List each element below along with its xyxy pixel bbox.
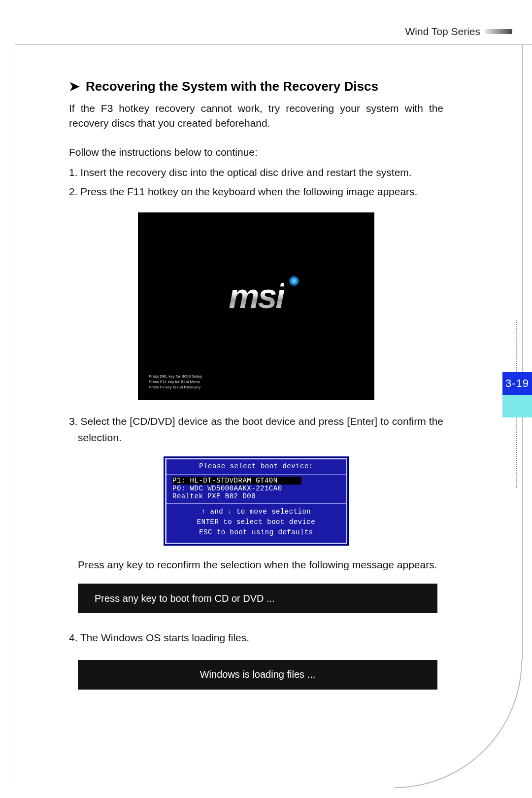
series-title: Wind Top Series xyxy=(405,26,480,37)
boot-device-menu-screenshot: Please select boot device: P1: HL-DT-STD… xyxy=(165,458,347,544)
page-tab-accent xyxy=(502,395,532,417)
section-heading: ➤ Recovering the System with the Recover… xyxy=(69,79,443,94)
page-number-tab: 3-19 xyxy=(502,372,532,417)
chevron-right-icon: ➤ xyxy=(69,79,80,94)
step-1: 1. Insert the recovery disc into the opt… xyxy=(69,165,443,181)
bios-key-hints: Press DEL key for BOIS Setup Press F11 k… xyxy=(149,374,202,390)
windows-loading-bar: Windows is loading files ... xyxy=(78,660,437,690)
press-any-key-bar: Press any key to boot from CD or DVD ... xyxy=(78,584,437,613)
section-title: Recovering the System with the Recovery … xyxy=(86,79,378,94)
boot-menu-title: Please select boot device: xyxy=(166,459,346,475)
boot-help-line: ENTER to select boot device xyxy=(166,517,346,527)
windows-loading-text: Windows is loading files ... xyxy=(200,669,316,680)
boot-option: P0: WDC WD5000AAKX-221CA0 xyxy=(172,485,340,492)
boot-menu-help: ↑ and ↓ to move selection ENTER to selec… xyxy=(166,504,346,538)
bios-splash-screenshot: msi Press DEL key for BOIS Setup Press F… xyxy=(138,212,374,400)
bios-hint-line: Press F11 key for Boot Menu xyxy=(149,380,202,385)
boot-menu-options: P1: HL-DT-STDVDRAM GT40N P0: WDC WD5000A… xyxy=(166,475,346,504)
header-accent-line xyxy=(485,29,512,34)
page-header: Wind Top Series xyxy=(0,26,512,37)
boot-option-selected: P1: HL-DT-STDVDRAM GT40N xyxy=(172,477,301,485)
follow-text: Follow the instructions below to continu… xyxy=(69,145,443,160)
boot-help-line: ESC to boot using defaults xyxy=(166,527,346,538)
step-3b: Press any key to reconfirm the selection… xyxy=(69,557,443,573)
page-number: 3-19 xyxy=(502,372,532,395)
msi-logo: msi xyxy=(229,277,284,315)
step-2: 2. Press the F11 hotkey on the keyboard … xyxy=(69,184,443,200)
boot-help-line: ↑ and ↓ to move selection xyxy=(166,507,346,517)
press-any-key-text: Press any key to boot from CD or DVD ... xyxy=(95,593,275,604)
bios-hint-line: Press DEL key for BOIS Setup xyxy=(149,374,202,380)
main-content: ➤ Recovering the System with the Recover… xyxy=(69,79,443,690)
intro-text: If the F3 hotkey recovery cannot work, t… xyxy=(69,101,443,131)
step-3: 3. Select the [CD/DVD] device as the boo… xyxy=(69,414,443,446)
bios-hint-line: Press F3 key to run Recovery xyxy=(149,385,202,390)
boot-option: Realtek PXE B02 D00 xyxy=(172,492,340,500)
step-4: 4. The Windows OS starts loading files. xyxy=(69,630,443,646)
page-right-border xyxy=(522,44,523,660)
step-list: 1. Insert the recovery disc into the opt… xyxy=(69,165,443,200)
